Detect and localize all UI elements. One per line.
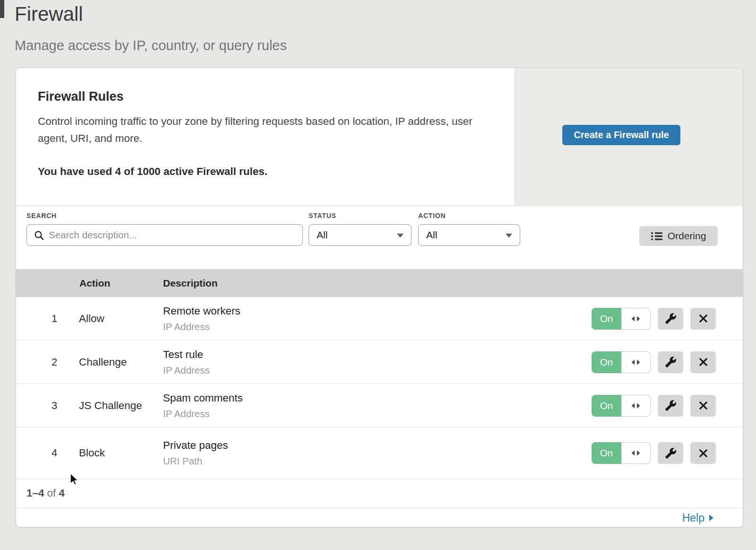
rule-description[interactable]: Remote workers xyxy=(163,305,241,317)
rule-description[interactable]: Test rule xyxy=(163,349,210,361)
help-label: Help xyxy=(682,512,704,524)
rule-description-cell: Remote workers IP Address xyxy=(163,305,241,332)
delete-rule-button[interactable] xyxy=(690,308,716,330)
page-title: Firewall xyxy=(15,3,83,26)
rule-action: Block xyxy=(79,447,105,459)
action-filter: ACTION All xyxy=(418,212,520,246)
action-select[interactable]: All xyxy=(418,224,520,246)
rule-action: Challenge xyxy=(79,356,127,368)
rule-field: URI Path xyxy=(163,455,228,467)
info-heading: Firewall Rules xyxy=(38,89,124,104)
edit-rule-button[interactable] xyxy=(658,351,683,373)
toggle-on-label: On xyxy=(592,442,621,464)
info-description: Control incoming traffic to your zone by… xyxy=(38,113,487,147)
delete-rule-button[interactable] xyxy=(690,442,716,464)
toggle-on-label: On xyxy=(592,395,621,417)
help-bar: Help xyxy=(16,508,743,527)
x-icon xyxy=(698,448,708,458)
status-label: STATUS xyxy=(309,212,412,219)
create-firewall-rule-button[interactable]: Create a Firewall rule xyxy=(562,125,680,145)
wrench-icon xyxy=(665,356,677,368)
table-header: Action Description xyxy=(16,269,743,297)
ordering-button[interactable]: Ordering xyxy=(639,226,718,246)
rule-enabled-toggle[interactable]: On xyxy=(592,395,651,417)
pagination: 1–4 of 4 xyxy=(16,479,743,508)
firewall-rule-row: 2 Challenge Test rule IP Address On xyxy=(16,340,743,384)
left-right-arrows-icon xyxy=(631,359,641,366)
pagination-of: of xyxy=(47,487,56,499)
ordering-button-label: Ordering xyxy=(668,230,706,242)
left-right-arrows-icon xyxy=(631,450,641,456)
search-filter: SEARCH xyxy=(26,212,303,246)
delete-rule-button[interactable] xyxy=(690,395,716,417)
rule-action: JS Challenge xyxy=(79,400,142,412)
window-edge-artifact xyxy=(0,0,4,18)
help-link[interactable]: Help xyxy=(682,512,714,524)
wrench-icon xyxy=(665,447,677,459)
search-input-wrapper xyxy=(26,224,303,246)
toggle-handle xyxy=(621,351,651,373)
rule-field: IP Address xyxy=(163,365,210,376)
rule-field: IP Address xyxy=(163,321,241,332)
left-right-arrows-icon xyxy=(631,315,641,322)
x-icon xyxy=(698,401,708,410)
firewall-rule-row: 3 JS Challenge Spam comments IP Address … xyxy=(16,384,743,428)
rule-controls: On xyxy=(592,442,716,464)
rule-description-cell: Private pages URI Path xyxy=(163,439,228,467)
edit-rule-button[interactable] xyxy=(658,308,683,330)
action-label: ACTION xyxy=(418,212,520,219)
delete-rule-button[interactable] xyxy=(690,351,716,373)
page-subtitle: Manage access by IP, country, or query r… xyxy=(15,38,287,53)
search-label: SEARCH xyxy=(26,212,303,219)
firewall-rule-row: 1 Allow Remote workers IP Address On xyxy=(16,297,743,340)
status-filter: STATUS All xyxy=(309,212,412,246)
wrench-icon xyxy=(665,313,677,324)
toggle-on-label: On xyxy=(592,351,621,373)
info-section: Firewall Rules Control incoming traffic … xyxy=(16,68,743,206)
rule-controls: On xyxy=(592,308,716,330)
firewall-rules-card: Firewall Rules Control incoming traffic … xyxy=(16,68,743,527)
rules-list: 1 Allow Remote workers IP Address On xyxy=(16,297,743,479)
rule-description-cell: Test rule IP Address xyxy=(163,349,210,376)
chevron-down-icon xyxy=(506,234,512,238)
toggle-handle xyxy=(621,395,651,417)
create-rule-panel: Create a Firewall rule xyxy=(515,68,743,205)
toggle-on-label: On xyxy=(592,308,621,330)
rule-description-cell: Spam comments IP Address xyxy=(163,392,243,419)
rule-enabled-toggle[interactable]: On xyxy=(592,442,651,464)
status-select[interactable]: All xyxy=(309,224,412,246)
rule-field: IP Address xyxy=(163,408,243,419)
firewall-page: Firewall Manage access by IP, country, o… xyxy=(0,0,756,550)
pagination-range: 1–4 xyxy=(26,487,44,499)
rule-priority: 3 xyxy=(43,400,65,412)
rule-enabled-toggle[interactable]: On xyxy=(592,308,651,330)
edit-rule-button[interactable] xyxy=(658,395,683,417)
wrench-icon xyxy=(665,400,677,411)
x-icon xyxy=(698,314,708,323)
search-input[interactable] xyxy=(27,225,302,245)
chevron-right-icon xyxy=(709,514,714,522)
action-select-value: All xyxy=(426,229,437,241)
rule-controls: On xyxy=(592,351,716,373)
rule-description[interactable]: Spam comments xyxy=(163,392,243,404)
x-icon xyxy=(698,357,708,367)
pagination-total: 4 xyxy=(59,487,65,499)
chevron-down-icon xyxy=(397,234,404,238)
filters-section: SEARCH STATUS All xyxy=(16,206,743,269)
ordered-list-icon xyxy=(651,232,662,241)
rule-priority: 4 xyxy=(43,447,65,459)
rule-action: Allow xyxy=(79,313,104,325)
edit-rule-button[interactable] xyxy=(658,442,683,464)
rule-description[interactable]: Private pages xyxy=(163,439,228,452)
column-header-description: Description xyxy=(163,269,218,297)
toggle-handle xyxy=(621,308,651,330)
left-right-arrows-icon xyxy=(631,402,641,409)
rule-priority: 1 xyxy=(43,313,65,325)
toggle-handle xyxy=(621,442,651,464)
column-header-action: Action xyxy=(79,269,110,297)
rule-enabled-toggle[interactable]: On xyxy=(592,351,651,373)
usage-text: You have used 4 of 1000 active Firewall … xyxy=(38,166,267,178)
firewall-rule-row: 4 Block Private pages URI Path On xyxy=(16,428,743,479)
rule-controls: On xyxy=(592,395,716,417)
status-select-value: All xyxy=(317,229,327,241)
